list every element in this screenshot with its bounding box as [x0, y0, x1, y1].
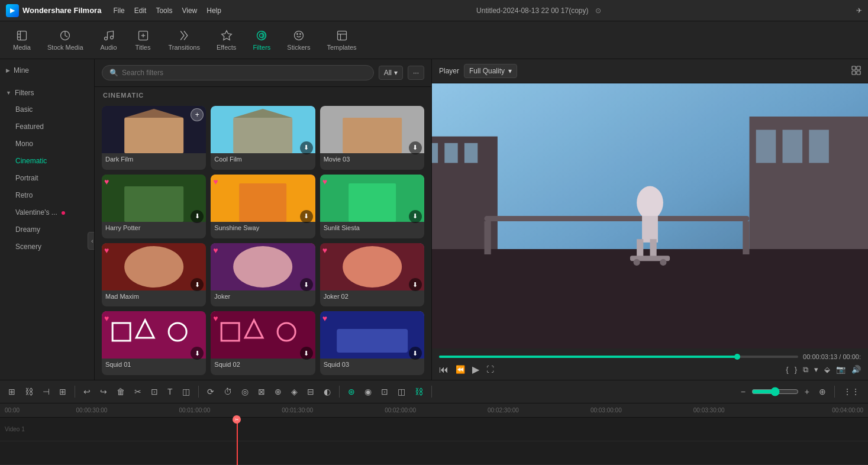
download-button[interactable]: ⬇ — [300, 278, 313, 291]
menu-file[interactable]: File — [113, 7, 124, 15]
download-button[interactable]: ⬇ — [300, 141, 313, 154]
color-button[interactable]: ◐ — [320, 385, 334, 399]
send-icon[interactable]: ✈ — [856, 7, 862, 15]
sidebar-item-scenery[interactable]: Scenery — [4, 238, 91, 255]
menu-view[interactable]: View — [182, 7, 197, 15]
download-button[interactable]: ⬇ — [191, 210, 204, 223]
play-button[interactable]: ▶ — [472, 364, 479, 375]
filter-search-bar: 🔍 All ▾ ··· — [95, 59, 431, 87]
filter-card[interactable]: +Dark Film — [102, 106, 206, 170]
download-button[interactable]: ⬇ — [409, 141, 422, 154]
download-button[interactable]: ⬇ — [300, 210, 313, 223]
sidebar-item-valentines[interactable]: Valentine's ... — [4, 204, 91, 221]
download-button[interactable]: ⬇ — [191, 278, 204, 291]
redo-button[interactable]: ↪ — [96, 385, 111, 399]
more-button[interactable]: ⋮⋮ — [840, 385, 863, 399]
add-end-button[interactable]: ⊕ — [815, 385, 830, 399]
transform-button[interactable]: ⊟ — [304, 385, 318, 399]
download-button[interactable]: ⬇ — [191, 347, 204, 360]
motion-track-button[interactable]: ◉ — [361, 385, 375, 399]
sidebar-item-featured[interactable]: Featured — [4, 118, 91, 135]
crop2-button[interactable]: ⊠ — [254, 385, 269, 399]
text-button[interactable]: T — [164, 385, 176, 399]
clip-button[interactable]: ⧉ — [803, 365, 808, 374]
add-track-button[interactable]: ⊞ — [5, 385, 19, 399]
multicam-button[interactable]: ⊞ — [56, 385, 70, 399]
tool-stock-media[interactable]: Stock Media — [40, 26, 91, 54]
sidebar-filters-header[interactable]: ▼ Filters — [0, 85, 94, 101]
sidebar-item-mono[interactable]: Mono — [4, 135, 91, 152]
filter-card[interactable]: ♥⬇Squid 01 — [102, 311, 206, 375]
split-button[interactable]: ✂ — [131, 385, 145, 399]
sidebar-collapse-button[interactable]: ‹ — [88, 232, 95, 250]
quality-dropdown[interactable]: Full Quality ▾ — [464, 64, 517, 78]
mask-button[interactable]: ◈ — [288, 385, 301, 399]
menu-help[interactable]: Help — [206, 7, 221, 15]
ai-remove-button[interactable]: ⊛ — [344, 385, 359, 399]
split-audio-button[interactable]: ⊣ — [39, 385, 53, 399]
filter-card[interactable]: ⬇Movie 03 — [320, 106, 424, 170]
undo-button[interactable]: ↩ — [80, 385, 94, 399]
crop-button[interactable]: ⊡ — [147, 385, 162, 399]
filter-card[interactable]: ♥⬇Sunlit Siesta — [320, 175, 424, 238]
menu-edit[interactable]: Edit — [134, 7, 147, 15]
sidebar-item-portrait[interactable]: Portrait — [4, 170, 91, 186]
tool-audio[interactable]: Audio — [93, 26, 125, 54]
stabilize-button[interactable]: ⟳ — [204, 385, 218, 399]
filter-card[interactable]: ♥⬇Squid 02 — [211, 311, 315, 375]
timeline-ruler[interactable]: 00:00 00:00:30:00 00:01:00:00 00:01:30:0… — [0, 403, 868, 418]
tool-stickers[interactable]: Stickers — [280, 26, 317, 54]
filter-card[interactable]: ♥⬇Mad Maxim — [102, 243, 206, 307]
export-button[interactable]: ⬙ — [824, 365, 830, 374]
tool-filters[interactable]: Filters — [246, 26, 277, 54]
search-input[interactable] — [122, 69, 366, 77]
pip-dropdown[interactable]: ▾ — [814, 365, 818, 374]
snapshot-button[interactable]: 📷 — [836, 365, 846, 374]
frame-back-button[interactable]: ⏪ — [456, 365, 465, 374]
link-button[interactable]: ⛓ — [21, 385, 37, 399]
menu-tools[interactable]: Tools — [156, 7, 172, 15]
chroma-button[interactable]: ◫ — [394, 385, 409, 399]
zoom-out-button[interactable]: − — [737, 385, 749, 399]
download-button[interactable]: ⬇ — [409, 347, 422, 360]
fullscreen-button[interactable]: ⛶ — [486, 365, 494, 374]
sidebar-item-cinematic[interactable]: Cinematic — [4, 153, 91, 169]
preview-layout-button[interactable] — [851, 66, 861, 77]
mark-out-button[interactable]: } — [795, 365, 797, 374]
snapshot2-button[interactable]: ◎ — [238, 385, 252, 399]
ruler-mark-5: 00:02:30:00 — [452, 407, 555, 414]
speed-button[interactable]: ⏱ — [220, 385, 235, 399]
go-start-button[interactable]: ⏮ — [439, 364, 448, 375]
progress-track[interactable] — [439, 356, 798, 358]
filter-more-button[interactable]: ··· — [408, 66, 424, 80]
add-button[interactable]: + — [191, 108, 204, 121]
mark-in-button[interactable]: { — [786, 365, 788, 374]
tool-media[interactable]: Media — [6, 26, 38, 54]
zoom-slider[interactable] — [751, 387, 799, 396]
download-button[interactable]: ⬇ — [409, 210, 422, 223]
sidebar-item-basic[interactable]: Basic — [4, 101, 91, 118]
filter-card[interactable]: ⬇Cool Film — [211, 106, 315, 170]
sidebar-item-retro[interactable]: Retro — [4, 187, 91, 204]
tool-templates[interactable]: Templates — [320, 26, 363, 54]
filter-dropdown[interactable]: All ▾ — [379, 66, 403, 80]
filter-card[interactable]: ♥⬇Joker — [211, 243, 315, 307]
filter-card[interactable]: ♥⬇Sunshine Sway — [211, 175, 315, 238]
adjust-button[interactable]: ◫ — [179, 385, 193, 399]
filter-card[interactable]: ♥⬇Squid 03 — [320, 311, 424, 375]
volume-button[interactable]: 🔊 — [851, 365, 861, 374]
sidebar-mine-header[interactable]: ▶ Mine — [0, 63, 94, 78]
tool-effects[interactable]: Effects — [209, 26, 243, 54]
download-button[interactable]: ⬇ — [409, 278, 422, 291]
link2-button[interactable]: ⛓ — [411, 385, 427, 399]
blend-button[interactable]: ⊕ — [271, 385, 285, 399]
sidebar-item-dreamy[interactable]: Dreamy — [4, 221, 91, 238]
delete-button[interactable]: 🗑 — [113, 385, 128, 399]
pip-button[interactable]: ⊡ — [377, 385, 392, 399]
tool-transitions[interactable]: Transitions — [162, 26, 207, 54]
filter-card[interactable]: ♥⬇Joker 02 — [320, 243, 424, 307]
download-button[interactable]: ⬇ — [300, 347, 313, 360]
filter-card[interactable]: ♥⬇Harry Potter — [102, 175, 206, 238]
tool-titles[interactable]: Titles — [127, 26, 159, 54]
zoom-in-button[interactable]: + — [801, 385, 813, 399]
